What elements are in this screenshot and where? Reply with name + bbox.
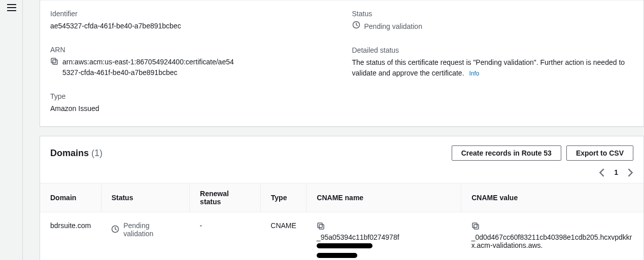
info-link[interactable]: Info xyxy=(469,70,479,77)
detailed-status-label: Detailed status xyxy=(352,46,634,54)
identifier-value: ae545327-cfda-461f-be40-a7be891bcbec xyxy=(50,21,332,31)
sidebar-divider xyxy=(22,0,23,260)
col-cname-name[interactable]: CNAME name xyxy=(307,183,461,212)
svg-rect-8 xyxy=(318,223,322,228)
type-label: Type xyxy=(50,92,332,100)
copy-icon[interactable] xyxy=(471,222,480,230)
domains-panel: Domains (1) Create records in Route 53 E… xyxy=(40,136,644,260)
domains-table: Domain Status Renewal status Type CNAME … xyxy=(40,183,643,260)
status-label: Status xyxy=(352,10,634,18)
type-value: Amazon Issued xyxy=(50,103,332,114)
cell-status: Pending validation xyxy=(101,212,189,261)
arn-label: ARN xyxy=(50,46,332,54)
page-number: 1 xyxy=(614,168,618,176)
status-value: Pending validation xyxy=(364,21,422,32)
col-type[interactable]: Type xyxy=(260,183,307,212)
certificate-details-panel: Identifier ae545327-cfda-461f-be40-a7be8… xyxy=(40,0,644,127)
clock-icon xyxy=(111,225,119,235)
menu-toggle[interactable] xyxy=(7,4,16,13)
page-next-icon[interactable] xyxy=(627,168,633,177)
clock-icon xyxy=(352,21,360,32)
svg-rect-10 xyxy=(472,223,477,228)
cell-cname-name: _95a05394c11bf0274978f xyxy=(307,212,461,261)
table-row: bdrsuite.com Pending validation - CNAME xyxy=(40,212,643,261)
cell-renewal: - xyxy=(190,212,261,261)
copy-icon[interactable] xyxy=(50,57,58,65)
col-renewal[interactable]: Renewal status xyxy=(190,183,261,212)
cell-type: CNAME xyxy=(260,212,307,261)
col-cname-value[interactable]: CNAME value xyxy=(461,183,643,212)
export-csv-button[interactable]: Export to CSV xyxy=(566,145,633,161)
create-records-button[interactable]: Create records in Route 53 xyxy=(452,145,561,161)
identifier-label: Identifier xyxy=(50,10,332,18)
arn-value: arn:aws:acm:us-east-1:867054924400:certi… xyxy=(62,57,235,78)
detailed-status-value: The status of this certificate request i… xyxy=(352,58,625,77)
redacted xyxy=(317,243,372,248)
redacted xyxy=(317,253,357,258)
col-domain[interactable]: Domain xyxy=(40,183,101,212)
cell-domain: bdrsuite.com xyxy=(40,212,101,261)
page-prev-icon[interactable] xyxy=(599,168,605,177)
copy-icon[interactable] xyxy=(317,222,325,230)
domains-title: Domains (1) xyxy=(50,148,103,159)
col-status[interactable]: Status xyxy=(101,183,189,212)
svg-rect-7 xyxy=(319,225,324,229)
svg-rect-4 xyxy=(51,58,56,63)
svg-rect-3 xyxy=(53,60,57,64)
cell-cname-value: _0d0d467cc60f83211cb40398e1cdb205.hcxvpd… xyxy=(461,212,643,261)
svg-rect-9 xyxy=(474,225,479,229)
